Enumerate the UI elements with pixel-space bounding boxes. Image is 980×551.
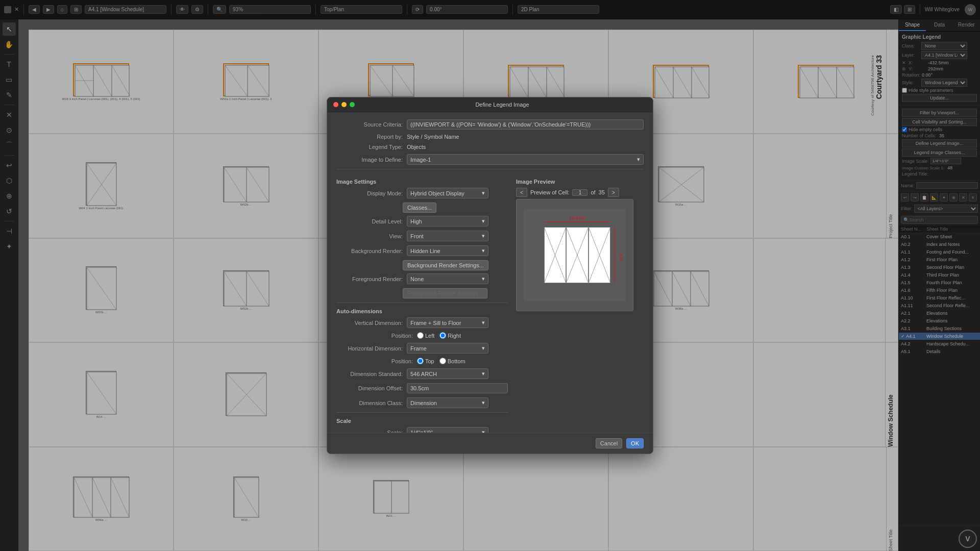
horiz-position-row: Position: Top Bottom (336, 358, 508, 364)
view-label: View: (336, 233, 403, 239)
dim-offset-row: Dimension Offset: (336, 383, 508, 393)
source-criteria-label: Source Criteria: (336, 121, 403, 128)
dim-offset-label: Dimension Offset: (336, 385, 403, 391)
scale-sep (336, 412, 508, 413)
prev-cell-btn[interactable]: < (516, 188, 527, 197)
chevron-down-icon6: ▾ (482, 276, 485, 282)
source-criteria-row: Source Criteria: (336, 119, 644, 130)
bg-render-settings-row: Background Render Settings... (403, 260, 508, 270)
chevron-down-icon9: ▾ (482, 370, 485, 377)
scale-title: Scale (336, 418, 508, 424)
horiz-dim-row: Horizontal Dimension: Frame ▾ (336, 343, 508, 354)
top-radio-input[interactable] (417, 358, 424, 364)
svg-text:6'-8": 6'-8" (619, 254, 623, 261)
horiz-dim-select[interactable]: Frame ▾ (407, 343, 488, 354)
top-radio[interactable]: Top (417, 358, 434, 364)
svg-text:13'-81/4": 13'-81/4" (569, 216, 585, 220)
vert-dim-row: Vertical Dimension: Frame + Sill to Floo… (336, 317, 508, 328)
position-right-input[interactable] (439, 332, 446, 339)
horiz-position-label: Position: (347, 358, 413, 364)
display-mode-row: Display Mode: Hybrid Object Display ▾ (336, 188, 508, 198)
define-legend-dialog: Define Legend Image Source Criteria: Rep… (327, 97, 653, 454)
chevron-down-icon4: ▾ (482, 233, 485, 239)
bottom-radio-input[interactable] (439, 358, 446, 364)
bg-render-label: Background Render: (336, 248, 403, 254)
vert-dim-label: Vertical Dimension: (336, 320, 403, 326)
classes-btn[interactable]: Classes... (403, 203, 436, 213)
ok-btn[interactable]: OK (626, 438, 644, 448)
dim-standard-label: Dimension Standard: (336, 371, 403, 377)
image-preview-col: Image Preview < Preview of Cell: of 35 > (516, 173, 644, 433)
position-label: Position: (347, 333, 413, 339)
chevron-down-icon8: ▾ (482, 345, 485, 352)
fg-render-select[interactable]: None ▾ (407, 273, 488, 284)
chevron-down-icon11: ▾ (482, 429, 485, 433)
chevron-down-icon: ▾ (637, 156, 640, 163)
legend-type-label: Legend Type: (336, 144, 403, 150)
cancel-btn[interactable]: Cancel (596, 438, 622, 448)
fg-render-settings-row: Foreground Render Settings... (403, 288, 508, 298)
chevron-down-icon7: ▾ (482, 319, 485, 326)
dialog-footer: Cancel OK (327, 433, 653, 454)
image-define-row: Image to Define: Image-1 ▾ (336, 154, 644, 165)
position-left-radio[interactable]: Left (417, 332, 434, 339)
dialog-body: Source Criteria: Report by: Style / Symb… (327, 112, 653, 433)
vert-position-row: Position: Left Right (336, 332, 508, 339)
preview-total: 35 (599, 189, 605, 195)
dim-standard-row: Dimension Standard: 546 ARCH ▾ (336, 368, 508, 379)
scale-row: Scale: 1/4"=1'0" ▾ (336, 427, 508, 433)
preview-nav: < Preview of Cell: of 35 > (516, 188, 644, 197)
bottom-radio[interactable]: Bottom (439, 358, 465, 364)
source-criteria-input[interactable] (407, 119, 644, 130)
detail-level-row: Detail Level: High ▾ (336, 216, 508, 227)
auto-dimensions-title: Auto-dimensions (336, 308, 508, 314)
scale-select[interactable]: 1/4"=1'0" ▾ (407, 427, 488, 433)
chevron-down-icon5: ▾ (482, 247, 485, 254)
report-by-label: Report by: (336, 134, 403, 140)
preview-of-label: Preview of Cell: (530, 189, 569, 195)
dim-offset-input[interactable] (407, 383, 508, 393)
dialog-title: Define Legend Image (358, 102, 647, 108)
fg-render-settings-btn[interactable]: Foreground Render Settings... (403, 288, 487, 298)
classes-btn-row: Classes... (403, 203, 508, 213)
fg-render-row: Foreground Render: None ▾ (336, 273, 508, 284)
sep1 (336, 169, 644, 169)
dim-class-select[interactable]: Dimension ▾ (407, 397, 488, 408)
horiz-position-radio: Top Bottom (417, 358, 465, 364)
detail-level-label: Detail Level: (336, 218, 403, 224)
horiz-dim-label: Horizontal Dimension: (336, 345, 403, 352)
next-cell-btn[interactable]: > (608, 188, 619, 197)
maximize-dot[interactable] (350, 102, 355, 107)
vert-dim-select[interactable]: Frame + Sill to Floor ▾ (407, 317, 488, 328)
display-mode-select[interactable]: Hybrid Object Display ▾ (407, 188, 488, 198)
report-by-value: Style / Symbol Name (407, 134, 644, 140)
preview-cell-input[interactable] (572, 189, 587, 196)
display-mode-label: Display Mode: (336, 190, 403, 196)
view-row: View: Front ▾ (336, 231, 508, 241)
chevron-down-icon10: ▾ (482, 399, 485, 406)
detail-level-select[interactable]: High ▾ (407, 216, 488, 227)
dim-standard-select[interactable]: 546 ARCH ▾ (407, 368, 488, 379)
image-define-select[interactable]: Image-1 ▾ (407, 154, 644, 165)
position-right-radio[interactable]: Right (439, 332, 461, 339)
preview-of-total: of (591, 189, 595, 195)
two-col-layout: Image Settings Display Mode: Hybrid Obje… (336, 173, 644, 433)
fg-render-label: Foreground Render: (336, 276, 403, 282)
bg-render-row: Background Render: Hidden Line ▾ (336, 245, 508, 256)
image-settings-col: Image Settings Display Mode: Hybrid Obje… (336, 173, 508, 433)
bg-render-select[interactable]: Hidden Line ▾ (407, 245, 488, 256)
dialog-titlebar: Define Legend Image (327, 97, 653, 112)
position-left-input[interactable] (417, 332, 424, 339)
legend-type-value: Objects (407, 144, 644, 150)
dim-class-label: Dimension Class: (336, 400, 403, 406)
chevron-down-icon2: ▾ (482, 190, 485, 196)
bg-render-settings-btn[interactable]: Background Render Settings... (403, 260, 488, 270)
image-settings-title: Image Settings (336, 179, 508, 185)
auto-dim-sep (336, 303, 508, 303)
minimize-dot[interactable] (341, 102, 347, 107)
close-dot[interactable] (333, 102, 338, 107)
report-by-row: Report by: Style / Symbol Name (336, 134, 644, 140)
modal-overlay: Define Legend Image Source Criteria: Rep… (0, 0, 980, 551)
view-select[interactable]: Front ▾ (407, 231, 488, 241)
position-radio-group: Left Right (417, 332, 461, 339)
